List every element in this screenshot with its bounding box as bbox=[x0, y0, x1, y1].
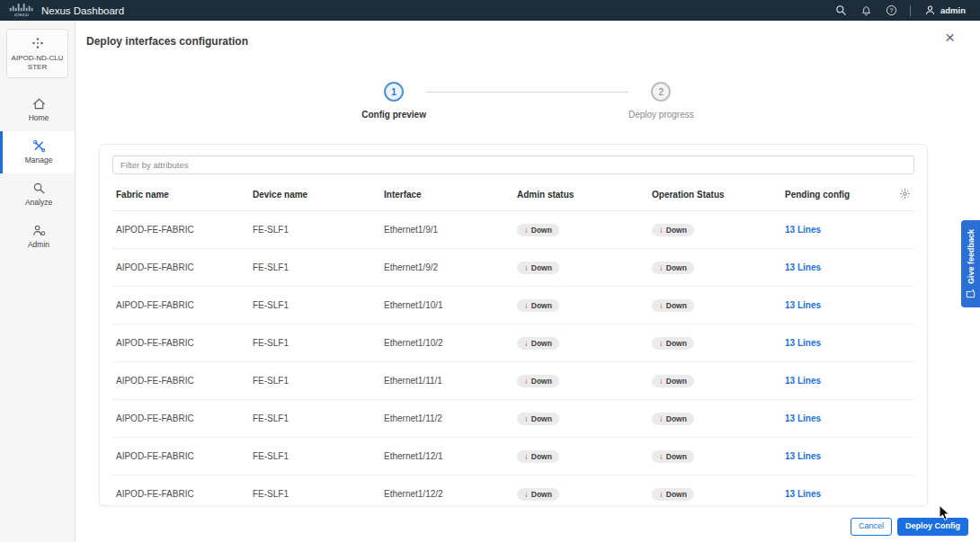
cell-fabric: AIPOD-FE-FABRIC bbox=[112, 438, 249, 475]
sidebar: AIPOD-ND-CLUSTER Home Manage Analyze Adm… bbox=[0, 21, 76, 542]
sidebar-item-home[interactable]: Home bbox=[0, 89, 75, 131]
cluster-selector[interactable]: AIPOD-ND-CLUSTER bbox=[6, 29, 68, 78]
cell-interface: Ethernet1/11/2 bbox=[380, 400, 513, 438]
pending-config-link[interactable]: 13 Lines bbox=[785, 489, 821, 499]
table-header-row: Fabric nameDevice nameInterfaceAdmin sta… bbox=[112, 179, 914, 211]
column-header-operation_status: Operation Status bbox=[648, 179, 781, 211]
cell-fabric: AIPOD-FE-FABRIC bbox=[112, 287, 249, 324]
help-icon[interactable]: ? bbox=[885, 4, 897, 17]
pending-config-link[interactable]: 13 Lines bbox=[785, 376, 821, 386]
stepper-connector bbox=[426, 92, 628, 93]
pending-config-link[interactable]: 13 Lines bbox=[785, 225, 821, 235]
table-row: AIPOD-FE-FABRICFE-SLF1Ethernet1/12/2↓Dow… bbox=[112, 475, 914, 507]
table-row: AIPOD-FE-FABRICFE-SLF1Ethernet1/10/1↓Dow… bbox=[112, 287, 914, 324]
down-arrow-icon: ↓ bbox=[524, 414, 529, 423]
down-arrow-icon: ↓ bbox=[524, 490, 529, 499]
pending-config-link[interactable]: 13 Lines bbox=[785, 300, 821, 310]
step-2-circle: 2 bbox=[651, 82, 671, 102]
table-row: AIPOD-FE-FABRICFE-SLF1Ethernet1/12/1↓Dow… bbox=[112, 438, 914, 475]
cell-interface: Ethernet1/11/1 bbox=[380, 362, 513, 400]
sidebar-item-analyze[interactable]: Analyze bbox=[0, 173, 75, 216]
top-bar: cisco Nexus Dashboard ? admin bbox=[0, 0, 980, 21]
pending-config-link[interactable]: 13 Lines bbox=[785, 413, 821, 423]
pending-config-link[interactable]: 13 Lines bbox=[785, 338, 821, 348]
status-badge: ↓Down bbox=[517, 450, 559, 463]
notifications-bell-icon[interactable] bbox=[860, 4, 872, 17]
step-deploy-progress: 2 Deploy progress bbox=[628, 82, 694, 120]
deploy-config-button[interactable]: Deploy Config bbox=[897, 518, 968, 536]
cell-pending: 13 Lines bbox=[781, 438, 891, 475]
cell-spacer bbox=[891, 249, 914, 287]
cell-device: FE-SLF1 bbox=[249, 249, 380, 287]
status-badge: ↓Down bbox=[652, 337, 694, 350]
status-badge: ↓Down bbox=[517, 375, 559, 387]
cell-pending: 13 Lines bbox=[781, 400, 891, 438]
filter-input[interactable] bbox=[112, 155, 914, 174]
table-row: AIPOD-FE-FABRICFE-SLF1Ethernet1/11/2↓Dow… bbox=[112, 400, 914, 438]
mouse-cursor bbox=[939, 505, 951, 521]
page-title: Deploy interfaces configuration bbox=[86, 35, 248, 48]
status-badge: ↓Down bbox=[652, 413, 694, 425]
down-arrow-icon: ↓ bbox=[524, 339, 529, 348]
sidebar-item-label: Admin bbox=[28, 240, 49, 249]
down-arrow-icon: ↓ bbox=[659, 490, 664, 499]
cell-operation_status: ↓Down bbox=[648, 287, 781, 324]
column-header-pending: Pending config bbox=[781, 179, 891, 211]
cell-spacer bbox=[891, 475, 914, 507]
cell-pending: 13 Lines bbox=[781, 362, 891, 400]
user-menu[interactable]: admin bbox=[923, 4, 966, 17]
brand: cisco Nexus Dashboard bbox=[9, 4, 124, 17]
cell-interface: Ethernet1/10/2 bbox=[380, 324, 513, 362]
cell-spacer bbox=[891, 211, 914, 249]
svg-text:?: ? bbox=[889, 7, 893, 13]
down-arrow-icon: ↓ bbox=[659, 226, 664, 235]
close-icon[interactable]: × bbox=[945, 29, 955, 46]
table-settings-gear-icon[interactable] bbox=[899, 188, 911, 200]
cell-fabric: AIPOD-FE-FABRIC bbox=[112, 475, 249, 507]
down-arrow-icon: ↓ bbox=[659, 452, 664, 461]
cell-admin_status: ↓Down bbox=[513, 362, 648, 400]
cancel-button[interactable]: Cancel bbox=[851, 518, 892, 536]
cell-fabric: AIPOD-FE-FABRIC bbox=[112, 324, 249, 362]
status-badge: ↓Down bbox=[517, 488, 559, 501]
cell-device: FE-SLF1 bbox=[249, 475, 380, 507]
table-row: AIPOD-FE-FABRICFE-SLF1Ethernet1/9/1↓Down… bbox=[112, 211, 914, 249]
cell-pending: 13 Lines bbox=[781, 211, 891, 249]
status-badge: ↓Down bbox=[652, 488, 694, 501]
table-row: AIPOD-FE-FABRICFE-SLF1Ethernet1/11/1↓Dow… bbox=[112, 362, 914, 400]
cell-fabric: AIPOD-FE-FABRIC bbox=[112, 211, 249, 249]
interfaces-table: Fabric nameDevice nameInterfaceAdmin sta… bbox=[112, 179, 914, 506]
status-badge: ↓Down bbox=[652, 262, 694, 274]
cisco-logo-bars bbox=[9, 4, 34, 12]
cell-operation_status: ↓Down bbox=[648, 438, 781, 475]
cluster-icon bbox=[31, 36, 44, 49]
sidebar-nav: Home Manage Analyze Admin bbox=[0, 89, 75, 258]
app-title: Nexus Dashboard bbox=[41, 5, 124, 17]
down-arrow-icon: ↓ bbox=[524, 452, 529, 461]
cell-device: FE-SLF1 bbox=[249, 362, 380, 400]
step-config-preview[interactable]: 1 Config preview bbox=[361, 82, 426, 120]
down-arrow-icon: ↓ bbox=[659, 339, 664, 348]
step-1-label: Config preview bbox=[361, 110, 426, 120]
sidebar-item-admin[interactable]: Admin bbox=[0, 216, 75, 258]
user-icon bbox=[923, 4, 936, 17]
user-name: admin bbox=[940, 5, 966, 15]
pending-config-link[interactable]: 13 Lines bbox=[785, 451, 821, 461]
sidebar-item-manage[interactable]: Manage bbox=[0, 131, 75, 173]
column-header-settings bbox=[891, 179, 914, 211]
cell-admin_status: ↓Down bbox=[513, 324, 648, 362]
status-badge: ↓Down bbox=[517, 413, 559, 425]
top-bar-actions: ? admin bbox=[834, 4, 966, 17]
cell-spacer bbox=[891, 324, 914, 362]
manage-icon bbox=[32, 139, 46, 153]
cell-interface: Ethernet1/9/1 bbox=[380, 211, 513, 249]
down-arrow-icon: ↓ bbox=[659, 301, 664, 310]
step-1-circle: 1 bbox=[384, 82, 404, 102]
search-icon[interactable] bbox=[834, 4, 847, 17]
cell-pending: 13 Lines bbox=[781, 324, 891, 362]
give-feedback-tab[interactable]: Give feedback bbox=[961, 220, 980, 307]
down-arrow-icon: ↓ bbox=[524, 301, 529, 310]
sidebar-item-label: Manage bbox=[25, 155, 53, 164]
pending-config-link[interactable]: 13 Lines bbox=[785, 262, 821, 272]
sidebar-item-label: Analyze bbox=[25, 198, 52, 207]
